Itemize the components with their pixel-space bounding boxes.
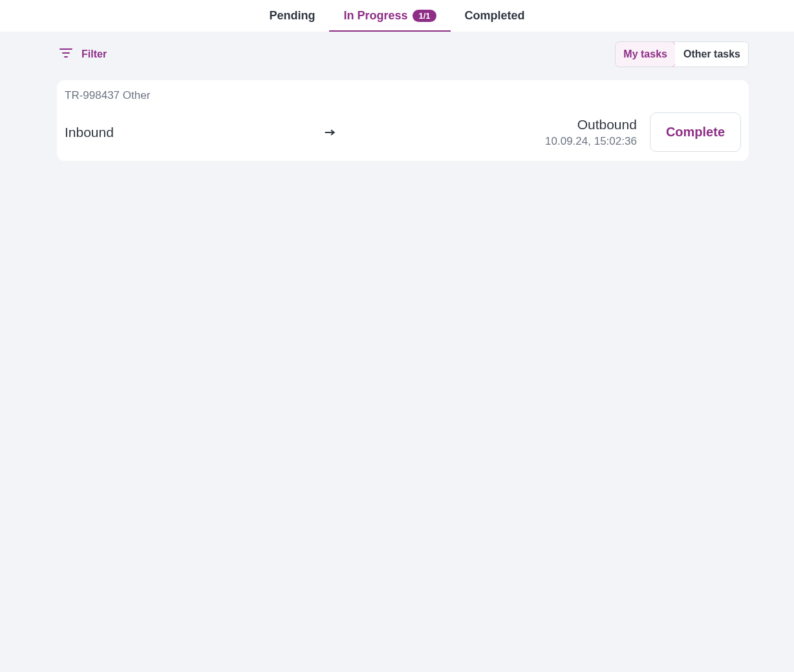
task-outbound-block: Outbound 10.09.24, 15:02:36	[545, 117, 637, 148]
tab-pending[interactable]: Pending	[255, 0, 329, 32]
task-ownership-toggle: My tasks Other tasks	[615, 41, 749, 67]
content-area: TR-998437 Other Inbound Outbound 10.09.2…	[0, 76, 794, 161]
task-outbound-label: Outbound	[545, 117, 637, 132]
tab-completed[interactable]: Completed	[451, 0, 539, 32]
toolbar: Filter My tasks Other tasks	[0, 32, 794, 76]
task-timestamp: 10.09.24, 15:02:36	[545, 135, 637, 148]
task-card[interactable]: TR-998437 Other Inbound Outbound 10.09.2…	[57, 80, 749, 161]
filter-button[interactable]: Filter	[58, 45, 107, 63]
task-card-body: Inbound Outbound 10.09.24, 15:02:36 Comp…	[65, 112, 741, 152]
tab-in-progress-label: In Progress	[343, 9, 407, 23]
filter-label: Filter	[81, 48, 107, 60]
status-tabs: Pending In Progress 1/1 Completed	[0, 0, 794, 32]
filter-icon	[58, 45, 74, 63]
task-id-line: TR-998437 Other	[65, 89, 741, 102]
my-tasks-button[interactable]: My tasks	[615, 41, 676, 67]
tab-in-progress-badge: 1/1	[413, 10, 436, 23]
complete-button[interactable]: Complete	[650, 112, 741, 152]
arrow-right-icon	[114, 125, 545, 140]
task-inbound-label: Inbound	[65, 125, 114, 140]
tab-completed-label: Completed	[465, 9, 525, 23]
tab-pending-label: Pending	[269, 9, 315, 23]
task-action-col: Complete	[650, 112, 741, 152]
tab-in-progress[interactable]: In Progress 1/1	[329, 0, 450, 32]
other-tasks-button[interactable]: Other tasks	[675, 42, 748, 67]
